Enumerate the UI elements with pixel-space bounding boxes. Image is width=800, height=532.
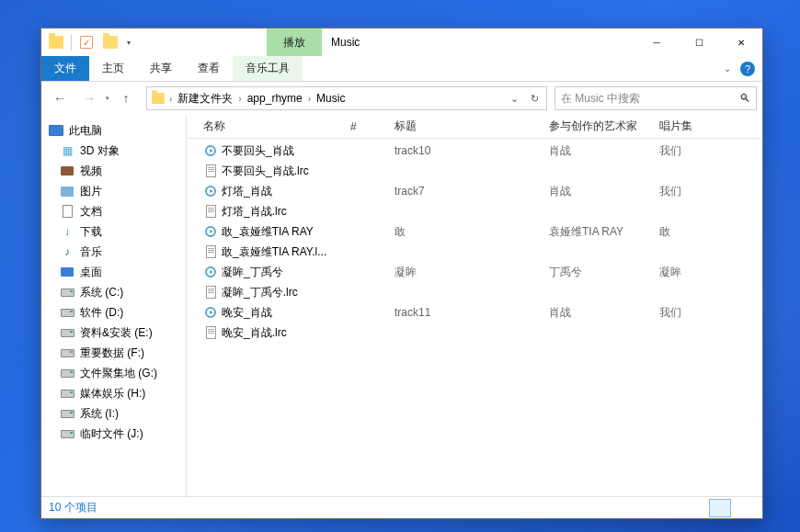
breadcrumb-segment[interactable]: 新建文件夹 — [174, 91, 236, 107]
breadcrumb-separator[interactable]: › — [167, 94, 174, 104]
home-tab[interactable]: 主页 — [89, 56, 137, 81]
music-icon: ♪ — [60, 244, 74, 259]
sidebar-item[interactable]: ♪音乐 — [41, 242, 186, 262]
address-bar[interactable]: › 新建文件夹 › app_rhyme › Music ⌄ ↻ — [146, 86, 547, 110]
sidebar-item[interactable]: 资料&安装 (E:) — [41, 323, 186, 343]
address-dropdown[interactable]: ⌄ — [504, 93, 524, 105]
music-tools-tab[interactable]: 音乐工具 — [233, 56, 303, 81]
sidebar-label: 临时文件 (J:) — [80, 426, 143, 442]
file-album-cell: 我们 — [652, 305, 726, 321]
file-tab[interactable]: 文件 — [41, 56, 89, 81]
sidebar-item[interactable]: 系统 (I:) — [41, 403, 186, 424]
file-name: 敢_袁娅维TIA RAY.l... — [222, 244, 326, 260]
drive-icon — [60, 285, 74, 300]
large-icons-view-button[interactable] — [733, 499, 755, 517]
play-contextual-tab[interactable]: 播放 — [267, 28, 322, 56]
file-name: 不要回头_肖战 — [222, 143, 294, 159]
text-file-icon — [203, 204, 218, 219]
sidebar-item[interactable]: 文档 — [41, 201, 186, 221]
file-row[interactable]: 敢_袁娅维TIA RAY.l... — [187, 242, 762, 262]
back-button[interactable]: ← — [47, 85, 73, 111]
sidebar-item[interactable]: ▦3D 对象 — [41, 141, 186, 161]
window-controls: ─ ☐ ✕ — [635, 28, 762, 56]
pic-icon — [60, 184, 74, 198]
breadcrumb-separator[interactable]: › — [306, 94, 313, 104]
up-button[interactable]: ↑ — [113, 85, 139, 111]
sidebar-label: 重要数据 (F:) — [80, 345, 144, 361]
file-row[interactable]: 灯塔_肖战.lrc — [187, 201, 762, 221]
help-icon[interactable]: ? — [740, 62, 755, 76]
sidebar-item[interactable]: 文件聚集地 (G:) — [41, 363, 186, 383]
share-tab[interactable]: 共享 — [137, 56, 185, 81]
breadcrumb-segment[interactable]: app_rhyme — [244, 92, 306, 105]
file-album-cell: 凝眸 — [652, 265, 726, 280]
breadcrumb-separator[interactable]: › — [236, 94, 243, 104]
refresh-button[interactable]: ↻ — [524, 93, 544, 105]
sidebar-item[interactable]: 重要数据 (F:) — [41, 343, 186, 363]
file-row[interactable]: 凝眸_丁禹兮凝眸丁禹兮凝眸 — [187, 262, 762, 282]
file-title-cell: track10 — [387, 144, 542, 157]
sidebar-item[interactable]: 桌面 — [41, 262, 186, 282]
minimize-button[interactable]: ─ — [635, 28, 678, 56]
file-name-cell: 凝眸_丁禹兮.lrc — [187, 285, 343, 300]
sidebar-label: 文档 — [80, 204, 102, 220]
breadcrumb-segment[interactable]: Music — [313, 92, 349, 105]
file-title-cell: 凝眸 — [387, 265, 542, 280]
file-row[interactable]: 晚安_肖战.lrc — [187, 323, 762, 343]
expand-ribbon-icon[interactable]: ⌄ — [724, 63, 731, 74]
file-name: 晚安_肖战.lrc — [222, 325, 287, 341]
view-tab[interactable]: 查看 — [185, 56, 233, 81]
sidebar-label: 资料&安装 (E:) — [80, 325, 153, 341]
text-file-icon — [203, 244, 218, 259]
audio-file-icon — [203, 184, 218, 198]
column-artist[interactable]: 参与创作的艺术家 — [542, 119, 652, 134]
drive-icon — [60, 406, 74, 421]
dl-icon: ↓ — [60, 224, 74, 239]
audio-file-icon — [203, 305, 218, 320]
drive-icon — [60, 305, 74, 320]
column-album[interactable]: 唱片集 — [652, 119, 726, 134]
file-album-cell: 敢 — [652, 224, 726, 240]
sidebar-item[interactable]: 系统 (C:) — [41, 282, 186, 302]
file-name-cell: 不要回头_肖战 — [187, 143, 343, 159]
text-file-icon — [203, 285, 218, 300]
maximize-button[interactable]: ☐ — [678, 28, 720, 56]
properties-icon[interactable] — [75, 31, 97, 53]
file-row[interactable]: 晚安_肖战track11肖战我们 — [187, 302, 762, 323]
close-button[interactable]: ✕ — [720, 28, 762, 56]
sidebar-item[interactable]: ↓下载 — [41, 221, 186, 242]
details-view-button[interactable] — [709, 499, 731, 517]
search-placeholder: 在 Music 中搜索 — [561, 91, 739, 107]
item-count: 10 个项目 — [49, 500, 97, 515]
file-album-cell: 我们 — [652, 184, 726, 199]
sidebar-item[interactable]: 媒体娱乐 (H:) — [41, 383, 186, 403]
forward-button[interactable]: → — [76, 85, 102, 111]
file-row[interactable]: 灯塔_肖战track7肖战我们 — [187, 181, 762, 201]
sidebar-this-pc[interactable]: 此电脑 — [41, 120, 186, 141]
search-icon[interactable]: 🔍︎ — [739, 92, 750, 105]
new-folder-icon[interactable] — [99, 31, 121, 53]
drive-icon — [60, 325, 74, 340]
column-headers: 名称 # 标题 参与创作的艺术家 唱片集 — [187, 115, 762, 139]
file-name: 晚安_肖战 — [222, 305, 272, 321]
navigation-pane[interactable]: 此电脑 ▦3D 对象视频图片文档↓下载♪音乐桌面系统 (C:)软件 (D:)资料… — [41, 115, 187, 496]
video-icon — [60, 164, 74, 178]
search-box[interactable]: 在 Music 中搜索 🔍︎ — [554, 86, 757, 110]
audio-file-icon — [203, 143, 218, 158]
drive-icon — [60, 366, 74, 380]
drive-icon — [60, 386, 74, 401]
qat-dropdown[interactable]: ▾ — [123, 39, 134, 47]
sidebar-item[interactable]: 临时文件 (J:) — [41, 424, 186, 444]
file-row[interactable]: 不要回头_肖战track10肖战我们 — [187, 141, 762, 161]
sidebar-item[interactable]: 图片 — [41, 181, 186, 201]
file-row[interactable]: 凝眸_丁禹兮.lrc — [187, 282, 762, 302]
column-name[interactable]: 名称 — [187, 119, 343, 134]
column-title[interactable]: 标题 — [387, 119, 542, 134]
sidebar-item[interactable]: 视频 — [41, 161, 186, 181]
file-name-cell: 灯塔_肖战.lrc — [187, 204, 343, 220]
history-dropdown[interactable]: ▾ — [106, 95, 109, 102]
sidebar-item[interactable]: 软件 (D:) — [41, 302, 186, 323]
column-number[interactable]: # — [343, 120, 387, 133]
file-row[interactable]: 不要回头_肖战.lrc — [187, 161, 762, 181]
file-row[interactable]: 敢_袁娅维TIA RAY敢袁娅维TIA RAY敢 — [187, 221, 762, 242]
